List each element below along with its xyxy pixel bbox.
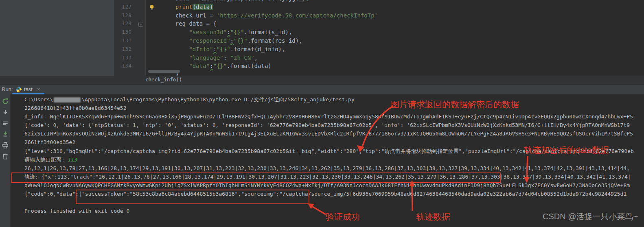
python-icon xyxy=(15,86,22,93)
console-line-input: 请输入缺口距离: 113 xyxy=(24,155,644,164)
console-line: {'code': 0, 'data': {'ntpStatus': 1, 'nt… xyxy=(24,121,644,129)
scroll-to-end-button[interactable] xyxy=(2,131,9,138)
annotation-success: 验证成功 xyxy=(326,211,360,223)
annotation-box-track xyxy=(11,172,501,183)
line-number[interactable]: 130 xyxy=(114,28,131,37)
line-number[interactable]: 127 xyxy=(114,3,131,11)
intention-bulb-icon[interactable] xyxy=(149,4,155,11)
pycharm-window: data = AES_encrypt(pt(no), str(jsjgl_)) … xyxy=(0,0,644,227)
annotation-track-data: 轨迹数据 xyxy=(416,211,450,223)
editor-horizontal-scrollbar[interactable] xyxy=(148,70,180,73)
clear-all-button[interactable] xyxy=(2,153,9,160)
code-line[interactable]: data = AES_encrypt(pt(no), str(jsjgl_)) xyxy=(114,0,644,3)
redacted-username xyxy=(54,97,81,103)
url-string[interactable]: https://verifycode.58.com/captcha/checkI… xyxy=(220,12,374,19)
code-line[interactable]: 129 req_data = { xyxy=(114,20,644,28)
console-line: 62ixSLcIWPbmRoX3VsOUiNzWOjXzKnkd53MN/I6/… xyxy=(24,129,644,138)
code-line[interactable]: 127 print(data) xyxy=(114,3,644,11)
line-number[interactable]: 132 xyxy=(114,45,131,54)
code-line[interactable]: 128 check_url = 'https://verifycode.58.c… xyxy=(114,11,644,20)
print-button[interactable] xyxy=(2,142,9,149)
code-line[interactable]: 132 "dInfo":"{}".format(d_info), xyxy=(114,45,644,54)
user-input-value: 113 xyxy=(68,157,77,163)
rerun-button[interactable] xyxy=(2,98,9,105)
line-number[interactable]: 133 xyxy=(114,54,131,62)
line-number[interactable]: 131 xyxy=(114,37,131,45)
show-options-button[interactable] xyxy=(2,120,9,127)
line-number[interactable]: 128 xyxy=(114,11,131,20)
console-output[interactable]: C:\Users\\AppData\Local\Programs\Python\… xyxy=(11,94,644,227)
run-panel-header: Run: test × xyxy=(0,84,644,94)
run-panel-label: Run: xyxy=(2,85,13,94)
code-line[interactable]: } xyxy=(114,70,644,76)
annotation-decrypted-data: 图片请求返回的数据解密后的数据 xyxy=(391,99,519,110)
run-toolbar xyxy=(0,94,11,227)
line-number[interactable]: 134 xyxy=(114,62,131,70)
console-line: 226686418f2f43ffa0b0ae8d63454e52 xyxy=(24,104,644,112)
code-text: data = AES_encrypt(pt(no), str(jsjgl_)) xyxy=(162,0,309,3)
tab-test[interactable]: test × xyxy=(12,85,44,94)
arrow-down-button[interactable] xyxy=(2,109,9,116)
fold-marker-icon[interactable] xyxy=(138,22,143,27)
code-line[interactable]: 134 "data":"{}".format(data) xyxy=(114,62,644,70)
annotation-box-success-token xyxy=(76,190,309,204)
console-line: 26,12,1|26,13,78|27,13,166|28,13,174|29,… xyxy=(24,164,644,172)
breadcrumb[interactable]: check_info() xyxy=(145,76,182,84)
editor-bottom-bar: check_info() xyxy=(0,76,644,84)
code-editor[interactable]: data = AES_encrypt(pt(no), str(jsjgl_)) … xyxy=(114,0,644,76)
csdn-watermark: CSDN @活捉一只小菜鸟~ xyxy=(543,211,638,222)
line-number[interactable]: 129 xyxy=(114,20,131,28)
console-line: C:\Users\\AppData\Local\Programs\Python\… xyxy=(24,95,644,104)
console-line: d_info: NqelKITDEK5XYqWd6F9pm+wNoh9SSCn6… xyxy=(24,112,644,121)
print-call: print xyxy=(175,4,193,10)
project-panel-area xyxy=(0,0,114,76)
code-line[interactable]: 133 "language": "zh-CN", xyxy=(114,54,644,62)
code-line[interactable]: 130 "sessionId":"{}".format(s_id), xyxy=(114,28,644,37)
annotation-encrypted-track: 轨迹加密后的data数据 xyxy=(524,144,609,156)
highlighted-args: (data) xyxy=(193,4,213,10)
code-line[interactable]: 131 "responseId":"{}".format(res_id), xyxy=(114,37,644,45)
